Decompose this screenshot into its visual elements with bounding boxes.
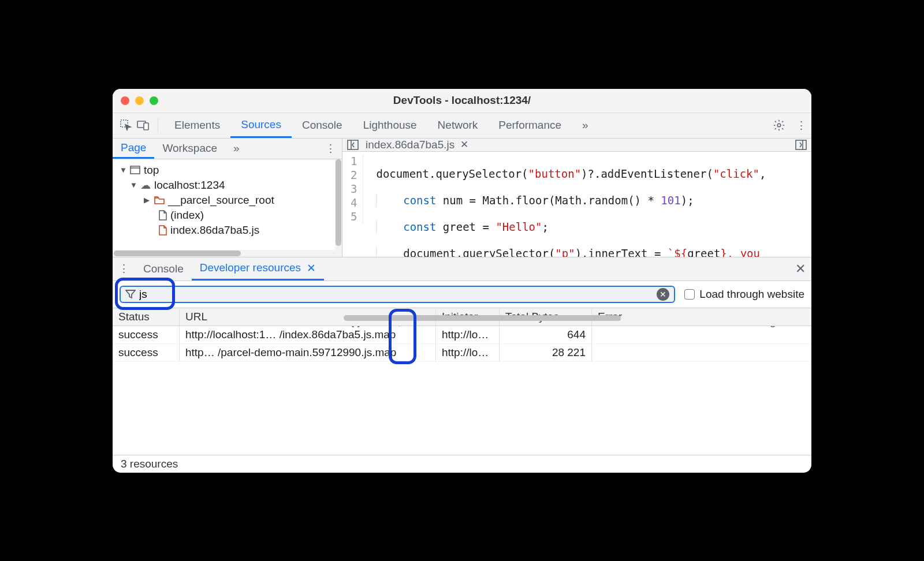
tree-scrollbar[interactable] (335, 159, 342, 250)
panel-tabs: Elements Sources Console Lighthouse Netw… (164, 113, 599, 138)
titlebar: DevTools - localhost:1234/ (113, 89, 811, 113)
tree-file-js[interactable]: index.86da7ba5.js (113, 223, 342, 238)
svg-rect-2 (144, 123, 148, 130)
tab-console[interactable]: Console (292, 113, 353, 138)
fullscreen-window-button[interactable] (150, 96, 158, 105)
tree-folder[interactable]: ▶ __parcel_source_root (113, 193, 342, 208)
tree-hscrollbar[interactable] (113, 250, 342, 257)
tree-top-label: top (144, 164, 159, 177)
cloud-icon: ☁ (140, 179, 151, 192)
filter-box: ✕ (120, 286, 675, 303)
drawer-menu-icon[interactable]: ⋮ (118, 262, 129, 275)
close-drawer-icon[interactable]: ✕ (795, 261, 806, 276)
filter-row: ✕ Load through website (113, 280, 811, 308)
inspect-element-icon[interactable] (117, 119, 135, 131)
window-title: DevTools - localhost:1234/ (113, 94, 811, 107)
file-tab-label: index.86da7ba5.js (366, 139, 454, 151)
clear-filter-icon[interactable]: ✕ (657, 288, 669, 301)
navigator-tab-page[interactable]: Page (113, 139, 154, 159)
tab-performance[interactable]: Performance (488, 113, 572, 138)
file-tree: ▼ top ▼ ☁ localhost:1234 ▶ __parcel_sour… (113, 159, 342, 250)
tree-file-label: index.86da7ba5.js (170, 224, 259, 237)
close-file-tab-icon[interactable]: ✕ (460, 139, 468, 151)
tree-host-label: localhost:1234 (154, 179, 225, 192)
main-toolbar: Elements Sources Console Lighthouse Netw… (113, 113, 811, 139)
toggle-debugger-icon[interactable] (795, 140, 807, 150)
tree-folder-label: __parcel_source_root (168, 194, 274, 207)
tab-network[interactable]: Network (427, 113, 489, 138)
table-row[interactable]: success http://localhost:1… /index.86da7… (113, 326, 811, 344)
editor-tabs: index.86da7ba5.js ✕ (342, 139, 811, 152)
drawer-tabs: ⋮ Console Developer resources ✕ ✕ (113, 257, 811, 280)
editor-panel: index.86da7ba5.js ✕ 12345 document.query… (342, 139, 811, 257)
tab-elements[interactable]: Elements (164, 113, 230, 138)
more-menu-icon[interactable]: ⋮ (796, 119, 807, 132)
table-row[interactable]: success http… /parcel-demo-main.59712990… (113, 344, 811, 362)
toggle-navigator-icon[interactable] (347, 140, 359, 150)
load-through-website-checkbox[interactable]: Load through website (684, 288, 804, 301)
tree-index[interactable]: (index) (113, 208, 342, 223)
close-window-button[interactable] (121, 96, 129, 105)
sources-navigator: Page Workspace » ⋮ ▼ top ▼ ☁ localhost:1… (113, 139, 342, 257)
col-error[interactable]: Error (592, 308, 811, 326)
traffic-lights (121, 96, 158, 105)
filter-input[interactable] (139, 288, 657, 301)
devtools-window: DevTools - localhost:1234/ Elements Sour… (113, 89, 811, 473)
settings-gear-icon[interactable] (773, 119, 785, 132)
drawer-tab-devresources[interactable]: Developer resources ✕ (192, 257, 324, 280)
main-area: Page Workspace » ⋮ ▼ top ▼ ☁ localhost:1… (113, 139, 811, 257)
tree-top[interactable]: ▼ top (113, 163, 342, 178)
open-file-tab[interactable]: index.86da7ba5.js ✕ (366, 139, 468, 151)
navigator-header: Page Workspace » ⋮ (113, 139, 342, 159)
drawer: ⋮ Console Developer resources ✕ ✕ ✕ Load… (113, 257, 811, 473)
tree-index-label: (index) (170, 209, 204, 222)
svg-rect-4 (131, 166, 140, 174)
resources-table: Status URL Initiator ▲ Total Bytes Error… (113, 308, 811, 455)
svg-point-3 (777, 124, 781, 127)
resources-footer: 3 resources (113, 455, 811, 473)
navigator-menu-icon[interactable]: ⋮ (325, 142, 336, 155)
device-toolbar-icon[interactable] (135, 120, 152, 130)
table-body: success http://localhost:1… /index.86da7… (113, 326, 811, 455)
tab-lighthouse[interactable]: Lighthouse (353, 113, 427, 138)
minimize-window-button[interactable] (135, 96, 144, 105)
navigator-tab-more[interactable]: » (225, 139, 248, 159)
close-drawer-tab-icon[interactable]: ✕ (307, 261, 316, 275)
tree-host[interactable]: ▼ ☁ localhost:1234 (113, 178, 342, 193)
tabs-overflow[interactable]: » (572, 113, 599, 138)
tab-sources[interactable]: Sources (230, 113, 292, 138)
col-status[interactable]: Status (113, 308, 180, 326)
navigator-tab-workspace[interactable]: Workspace (154, 139, 225, 159)
drawer-tab-console[interactable]: Console (135, 257, 192, 280)
filter-icon (125, 290, 136, 299)
